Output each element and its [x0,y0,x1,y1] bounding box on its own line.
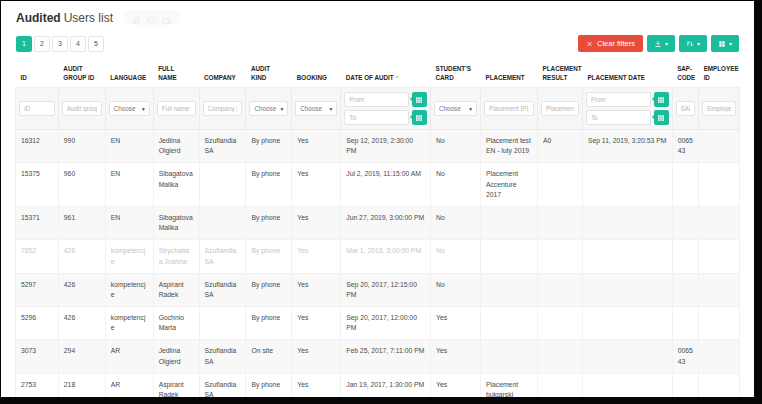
filter-cell-audit-kind: Choose▾ [246,88,292,130]
folder-icon [162,13,171,22]
pagination-page-3[interactable]: 3 [52,36,68,52]
table-row[interactable]: 5297426kompetencjeAspirant RadekSzufland… [16,273,740,306]
calendar-button[interactable] [654,110,669,125]
table-cell: Szuflandia SA [199,340,246,373]
table-cell: kompetencje [105,307,153,340]
column-header-audit-group-id[interactable]: AUDIT GROUP ID [58,62,105,88]
heart-button[interactable] [147,13,156,22]
table-cell: By phone [246,307,292,340]
table-cell: Yes [292,340,341,373]
table-row[interactable]: 5296426kompetencjeGochnio MartaBy phoneY… [16,307,740,340]
column-header-full-name[interactable]: FULL NAME [153,62,199,88]
table-cell [699,273,740,306]
filter-cell-student-s-card: Choose▾ [430,88,480,130]
table-cell: 426 [58,273,105,306]
download-button[interactable]: ▾ [647,35,675,52]
filter-select-language[interactable]: Choose▾ [109,101,150,116]
column-header-audit-kind[interactable]: AUDIT KIND [246,62,292,88]
chevron-down-icon: ▾ [665,41,668,47]
filter-date-from-placement-date[interactable] [586,92,651,107]
filter-input-id[interactable] [19,101,55,116]
column-header-placement[interactable]: PLACEMENT [480,62,537,88]
column-header-employee-id[interactable]: EMPLOYEE ID [699,62,740,88]
table-cell: Placement Accenture 2017 [480,163,537,207]
table-cell: Yes [292,307,341,340]
toolbar: 12345 Clear filters ▾▾▾ [1,27,754,62]
filter-input-placement-result[interactable] [541,101,579,116]
sort-button[interactable]: ▾ [679,35,707,52]
table-cell: Mar 1, 2018, 3:00:00 PM [341,240,431,273]
calendar-button[interactable] [654,92,669,107]
table-cell: EN [105,130,153,163]
filter-select-booking[interactable]: Choose▾ [295,101,337,116]
pagination-page-1[interactable]: 1 [16,36,32,52]
filter-cell-audit-group-id [58,88,105,130]
header-bar: AuditedUsers list [1,1,754,27]
pagination-page-2[interactable]: 2 [34,36,50,52]
star-icon [132,13,141,22]
table-cell [582,206,672,239]
folder-button[interactable] [162,13,171,22]
filter-cell-sap-code [672,88,699,130]
filter-input-audit-group-id[interactable] [62,101,102,116]
sort-icon [686,40,694,48]
table-cell: Yes [430,340,480,373]
table-cell: No [430,273,480,306]
filter-input-full-name[interactable] [157,101,196,116]
column-header-sap-code[interactable]: SAP-CODE [672,62,699,88]
filter-input-sap-code[interactable] [676,101,696,116]
table-cell [672,163,699,207]
clear-filters-button[interactable]: Clear filters [578,35,643,52]
column-header-booking[interactable]: BOOKING [292,62,341,88]
heart-icon [147,13,156,22]
filter-input-placement[interactable] [484,101,534,116]
pagination-page-4[interactable]: 4 [70,36,86,52]
calendar-button[interactable] [412,92,427,107]
table-cell [538,163,583,207]
table-cell [582,163,672,207]
table-cell [480,240,537,273]
table-row[interactable]: 3073294ARJedlina OlgierdSzuflandia SAOn … [16,340,740,373]
table-cell: 990 [58,130,105,163]
select-value: Choose [439,105,461,112]
table-cell [672,206,699,239]
filter-select-student-s-card[interactable]: Choose▾ [434,101,477,116]
table-cell: kompetencje [105,273,153,306]
table-cell: Placement test EN - luty 2019 [480,130,537,163]
table-row[interactable]: 15375960ENSibagatova MalikaBy phoneYesJu… [16,163,740,207]
table-cell: Aspirant Radek [153,273,199,306]
column-header-student-s-card[interactable]: STUDENT'S CARD [430,62,480,88]
table-row[interactable]: 7852426kompetencjeStrychalska JoannaSzuf… [16,240,740,273]
filter-cell-id [16,88,59,130]
filter-input-employee-id[interactable] [702,101,736,116]
users-table-wrap: IDAUDIT GROUP IDLANGUAGEFULL NAMECOMPANY… [1,62,754,397]
calendar-button[interactable] [412,110,427,125]
filter-row: Choose▾Choose▾Choose▾Choose▾ [16,88,740,130]
table-cell [538,373,583,397]
pagination-page-5[interactable]: 5 [88,36,104,52]
filter-date-from-date-of-audit[interactable] [344,92,409,107]
table-cell: 426 [58,240,105,273]
filter-date-to-placement-date[interactable] [586,110,651,125]
table-row[interactable]: 2753218ARAspirant RadekSzuflandia SABy p… [16,373,740,397]
filter-date-to-date-of-audit[interactable] [344,110,409,125]
column-header-id[interactable]: ID [16,62,59,88]
chevron-down-icon: ▾ [729,41,732,47]
column-header-language[interactable]: LANGUAGE [105,62,153,88]
column-header-company[interactable]: COMPANY [199,62,246,88]
calendar-icon [657,96,665,104]
star-button[interactable] [132,13,141,22]
filter-select-audit-kind[interactable]: Choose▾ [249,101,288,116]
pagination: 12345 [16,36,104,52]
grid-button[interactable]: ▾ [711,35,739,52]
table-row[interactable]: 16312990ENJedlina OlgierdSzuflandia SABy… [16,130,740,163]
page-title-regular: Users list [64,11,113,25]
column-header-date-of-audit[interactable]: DATE OF AUDIT^ [341,62,431,88]
filter-cell-company [199,88,246,130]
filter-input-company[interactable] [203,101,243,116]
table-cell [699,240,740,273]
table-row[interactable]: 15371961ENSibagatova MalikaBy phoneYesJu… [16,206,740,239]
x-icon [586,40,593,47]
column-header-placement-date[interactable]: PLACEMENT DATE [582,62,672,88]
column-header-placement-result[interactable]: PLACEMENT RESULT [538,62,583,88]
